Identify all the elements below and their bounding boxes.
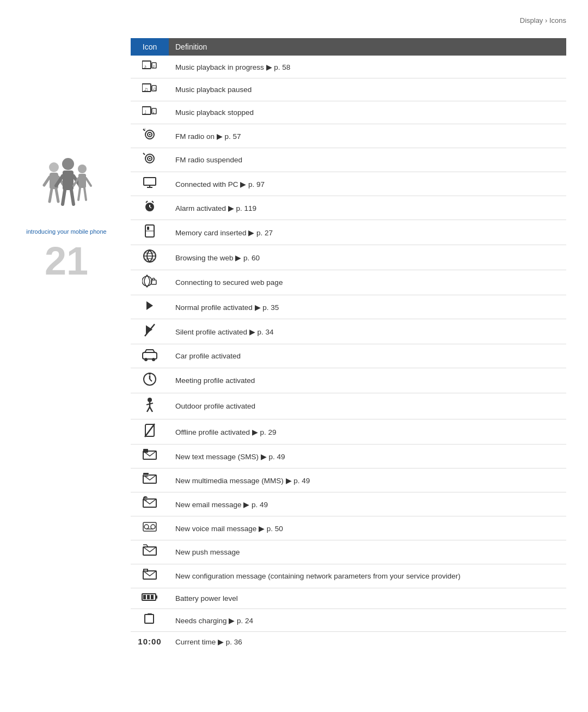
definition-cell: Music playback stopped (169, 101, 566, 124)
table-row: Needs charging ▶ p. 24 (131, 609, 566, 632)
table-row: Alarm activated ▶ p. 119 (131, 196, 566, 220)
svg-line-68 (150, 407, 152, 412)
definition-cell: New multimedia message (MMS) ▶ p. 49 (169, 468, 566, 492)
table-row: 10:00Current time ▶ p. 36 (131, 632, 566, 652)
definition-cell: Battery power level (169, 588, 566, 609)
icon-cell (131, 319, 169, 344)
sidebar-label: introducing your mobile phone (26, 228, 106, 236)
table-row: imgNew multimedia message (MMS) ▶ p. 49 (131, 468, 566, 492)
svg-text:♫: ♫ (143, 128, 146, 131)
icon-cell: @ (131, 492, 169, 516)
svg-point-52 (142, 276, 152, 286)
definition-cell: Browsing the web ▶ p. 60 (169, 245, 566, 270)
definition-cell: New configuration message (containing ne… (169, 564, 566, 588)
svg-point-37 (149, 158, 151, 160)
svg-line-4 (50, 189, 52, 202)
svg-rect-93 (145, 614, 154, 623)
definition-cell: Connected with PC ▶ p. 97 (169, 172, 566, 196)
svg-rect-90 (143, 595, 146, 599)
svg-point-80 (144, 525, 149, 529)
svg-point-81 (151, 525, 155, 529)
svg-line-2 (44, 177, 50, 185)
svg-text:♪: ♪ (152, 63, 155, 69)
icon-cell: img (131, 468, 169, 492)
definition-cell: New email message ▶ p. 49 (169, 492, 566, 516)
svg-line-11 (71, 190, 74, 204)
definition-cell: Music playback paused (169, 78, 566, 101)
definition-cell: Meeting profile activated (169, 368, 566, 393)
definition-cell: FM radio on ▶ p. 57 (169, 124, 566, 148)
svg-line-16 (78, 188, 80, 200)
table-row: ♫♫Music playback paused (131, 78, 566, 101)
svg-point-32 (149, 134, 151, 136)
icons-table: Icon Definition ♪♪Music playback in prog… (131, 38, 566, 651)
table-row: Offline profile activated ▶ p. 29 (131, 419, 566, 445)
svg-text:♩: ♩ (152, 109, 155, 114)
icon-cell (131, 564, 169, 588)
table-row: New voice mail message ▶ p. 50 (131, 516, 566, 540)
svg-text:♪: ♪ (144, 63, 147, 70)
page-number: 21 (45, 241, 88, 281)
table-row: New configuration message (containing ne… (131, 564, 566, 588)
page-header: Display › Icons (520, 16, 566, 25)
icon-cell (131, 609, 169, 632)
table-row: Silent profile activated ▶ p. 34 (131, 319, 566, 344)
svg-rect-79 (143, 522, 156, 531)
svg-rect-57 (143, 352, 157, 359)
table-row: Connected with PC ▶ p. 97 (131, 172, 566, 196)
table-row: New text message (SMS) ▶ p. 49 (131, 445, 566, 468)
svg-line-15 (86, 178, 91, 186)
table-row: Normal profile activated ▶ p. 35 (131, 295, 566, 319)
svg-rect-91 (147, 595, 150, 599)
table-row: Meeting profile activated (131, 368, 566, 393)
svg-point-12 (78, 165, 87, 173)
svg-rect-13 (78, 174, 86, 188)
icon-cell (131, 148, 169, 172)
table-row: Outdoor profile activated (131, 393, 566, 419)
svg-point-59 (152, 358, 155, 361)
table-row: Car profile activated (131, 344, 566, 368)
table-row: Connecting to secured web page (131, 270, 566, 295)
table-row: FM radio suspended (131, 148, 566, 172)
icon-cell (131, 516, 169, 540)
definition-cell: New voice mail message ▶ p. 50 (169, 516, 566, 540)
definition-cell: Outdoor profile activated (169, 393, 566, 419)
definition-cell: Current time ▶ p. 36 (169, 632, 566, 652)
definition-cell: Car profile activated (169, 344, 566, 368)
definition-cell: Offline profile activated ▶ p. 29 (169, 419, 566, 445)
svg-rect-48 (147, 227, 149, 230)
svg-point-6 (62, 158, 74, 170)
svg-rect-7 (63, 171, 74, 190)
icon-cell (131, 344, 169, 368)
table-row: ♫FM radio on ▶ p. 57 (131, 124, 566, 148)
icon-cell: 10:00 (131, 632, 169, 652)
icon-cell: ♫ (131, 124, 169, 148)
svg-text:@: @ (144, 497, 148, 500)
svg-line-17 (84, 188, 86, 200)
svg-point-63 (149, 373, 151, 375)
svg-rect-92 (151, 595, 154, 599)
definition-cell: New push message (169, 540, 566, 564)
svg-line-5 (56, 189, 58, 202)
icon-cell: ♩♩ (131, 101, 169, 124)
definition-cell: Silent profile activated ▶ p. 34 (169, 319, 566, 344)
svg-line-67 (147, 407, 150, 412)
icon-cell (131, 295, 169, 319)
svg-text:img: img (144, 473, 149, 477)
icon-cell (131, 588, 169, 609)
svg-text:♩: ♩ (144, 109, 146, 115)
svg-rect-89 (156, 595, 157, 599)
table-row: Browsing the web ▶ p. 60 (131, 245, 566, 270)
svg-line-45 (146, 201, 148, 203)
icon-cell (131, 196, 169, 220)
definition-cell: FM radio suspended (169, 148, 566, 172)
table-row: @New email message ▶ p. 49 (131, 492, 566, 516)
icon-cell (131, 445, 169, 468)
definition-cell: New text message (SMS) ▶ p. 49 (169, 445, 566, 468)
svg-text:♫: ♫ (152, 86, 156, 92)
icon-cell (131, 393, 169, 419)
table-row: Battery power level (131, 588, 566, 609)
svg-rect-94 (148, 613, 152, 615)
table-row: Memory card inserted ▶ p. 27 (131, 220, 566, 245)
svg-rect-39 (144, 178, 156, 185)
